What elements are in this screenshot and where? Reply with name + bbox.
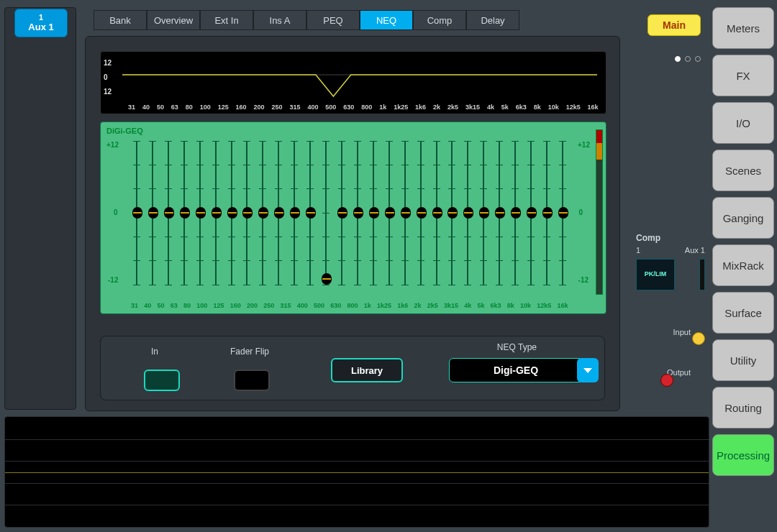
freq-label: 80 [183, 302, 191, 309]
neq-type-select[interactable]: Digi-GEQ [449, 358, 583, 382]
tab-bank[interactable]: Bank [94, 10, 147, 30]
page-dots[interactable] [675, 56, 701, 62]
channel-number: 1 [39, 14, 43, 22]
tab-neq[interactable]: NEQ [360, 10, 413, 30]
tab-delay[interactable]: Delay [466, 10, 519, 30]
freq-label: 12k5 [566, 104, 581, 111]
left-column [4, 7, 76, 410]
freq-label: 10k [548, 104, 559, 111]
freq-label: 1k [364, 302, 371, 309]
freq-label: 125 [213, 302, 224, 309]
geq-slider[interactable] [383, 141, 395, 285]
geq-slider[interactable] [525, 141, 537, 285]
geq-slider[interactable] [557, 141, 568, 285]
geq-slider[interactable] [320, 141, 332, 285]
channel-slot[interactable]: 1 Aux 1 [14, 9, 68, 37]
tab-ins-a[interactable]: Ins A [253, 10, 306, 30]
geq-slider[interactable] [257, 141, 268, 285]
in-button[interactable] [144, 370, 180, 391]
freq-label: 8k [507, 302, 514, 309]
page-dot[interactable] [685, 56, 691, 62]
geq-slider[interactable] [304, 141, 316, 285]
freq-label: 250 [263, 302, 274, 309]
page-dot[interactable] [695, 56, 701, 62]
geq-slider[interactable] [273, 141, 284, 285]
geq-slider[interactable] [178, 141, 190, 285]
side-meters[interactable]: Meters [712, 7, 774, 49]
geq-slider[interactable] [399, 141, 411, 285]
eq-curve-display: 12 0 12 31405063801001251602002503154005… [100, 51, 606, 114]
geq-slider[interactable] [415, 141, 427, 285]
side-mixrack[interactable]: MixRack [712, 244, 774, 286]
side-scenes[interactable]: Scenes [712, 150, 774, 191]
geq-slider[interactable] [462, 141, 473, 285]
geq-slider[interactable] [241, 141, 253, 285]
comp-title: Comp [636, 233, 705, 243]
tab-peq[interactable]: PEQ [306, 10, 360, 30]
chevron-down-icon [582, 364, 594, 376]
geq-slider[interactable] [431, 141, 442, 285]
geq-y-zero-r: 0 [578, 208, 583, 216]
freq-label: 4k [464, 302, 471, 309]
geq-slider[interactable] [131, 141, 142, 285]
freq-label: 31 [131, 302, 138, 309]
geq-slider[interactable] [494, 141, 505, 285]
controls-row: In Fader Flip NEQ Type Library Digi-GEQ [100, 336, 605, 400]
output-indicator[interactable] [660, 374, 673, 387]
geq-y-minus-r: -12 [578, 276, 589, 284]
freq-label: 125 [218, 104, 229, 111]
fader-flip-button[interactable] [234, 370, 270, 391]
side-utility[interactable]: Utility [712, 339, 774, 381]
geq-sliders [131, 141, 568, 285]
freq-label: 63 [171, 302, 178, 309]
input-indicator[interactable] [692, 332, 705, 345]
geq-slider[interactable] [509, 141, 521, 285]
side-menu: MetersFXI/OScenesGangingMixRackSurfaceUt… [712, 7, 774, 525]
geq-freq-labels: 3140506380100125160200250315400500630800… [131, 302, 568, 309]
geq-slider[interactable] [210, 141, 222, 285]
freq-label: 630 [343, 104, 354, 111]
comp-readout[interactable]: Comp 1 Aux 1 PK/LIM [636, 233, 705, 290]
geq-slider[interactable] [368, 141, 379, 285]
freq-label: 50 [157, 104, 164, 111]
library-button-label: Library [351, 365, 383, 376]
freq-label: 800 [361, 104, 372, 111]
library-button[interactable]: Library [331, 358, 403, 382]
tab-comp[interactable]: Comp [413, 10, 466, 30]
side-fx[interactable]: FX [712, 55, 774, 96]
page-dot[interactable] [675, 56, 681, 62]
freq-label: 12k5 [537, 302, 551, 309]
freq-label: 5k [477, 302, 484, 309]
main-button[interactable]: Main [648, 14, 701, 36]
side-processing[interactable]: Processing [712, 434, 774, 476]
tab-ext-in[interactable]: Ext In [200, 10, 253, 30]
tab-overview[interactable]: Overview [147, 10, 200, 30]
geq-output-meter [596, 129, 603, 295]
geq-slider[interactable] [478, 141, 489, 285]
waveform-strip[interactable] [4, 416, 709, 528]
freq-label: 315 [289, 104, 300, 111]
geq-slider[interactable] [336, 141, 347, 285]
geq-slider[interactable] [541, 141, 553, 285]
freq-label: 80 [186, 104, 193, 111]
side-ganging[interactable]: Ganging [712, 197, 774, 239]
freq-label: 3k15 [465, 104, 480, 111]
side-routing[interactable]: Routing [712, 387, 774, 428]
freq-label: 50 [157, 302, 164, 309]
geq-slider[interactable] [226, 141, 237, 285]
side-surface[interactable]: Surface [712, 292, 774, 334]
freq-label: 16k [558, 302, 568, 309]
side-i-o[interactable]: I/O [712, 102, 774, 144]
freq-label: 16k [588, 104, 599, 111]
geq-slider[interactable] [163, 141, 174, 285]
freq-label: 8k [534, 104, 541, 111]
geq-slider[interactable] [194, 141, 206, 285]
freq-label: 1k6 [397, 302, 408, 309]
geq-slider[interactable] [352, 141, 363, 285]
geq-slider[interactable] [446, 141, 458, 285]
freq-label: 2k5 [447, 104, 458, 111]
geq-slider[interactable] [147, 141, 158, 285]
neq-type-caret[interactable] [577, 358, 599, 382]
freq-label: 200 [254, 104, 265, 111]
geq-slider[interactable] [288, 141, 300, 285]
